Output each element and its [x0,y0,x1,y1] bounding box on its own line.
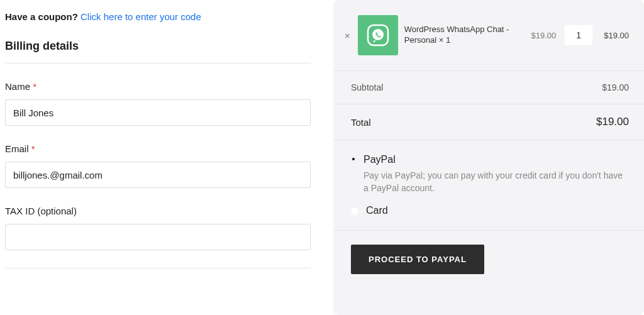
coupon-line: Have a coupon? Click here to enter your … [5,11,311,22]
subtotal-row: Subtotal $19.00 [333,70,644,104]
required-indicator: * [31,143,35,154]
payment-methods: PayPal Pay via PayPal; you can pay with … [333,140,644,220]
taxid-input[interactable] [5,224,311,250]
line-total: $19.00 [604,31,629,40]
coupon-prompt: Have a coupon? [5,11,78,22]
email-input[interactable] [5,162,311,188]
total-row: Total $19.00 [333,104,644,140]
proceed-to-paypal-button[interactable]: PROCEED TO PAYPAL [351,245,484,274]
quantity-input[interactable] [565,25,592,45]
name-field-group: Name * [5,81,311,126]
radio-unselected-icon [351,207,358,215]
billing-divider [5,268,311,268]
billing-column: Have a coupon? Click here to enter your … [0,0,321,315]
paypal-title: PayPal [364,154,629,165]
payment-option-paypal[interactable]: PayPal Pay via PayPal; you can pay with … [351,154,629,195]
email-label-text: Email [5,143,29,154]
email-label: Email * [5,143,311,154]
remove-item-button[interactable]: × [345,30,350,41]
payment-option-card[interactable]: Card [351,205,629,220]
product-thumbnail [358,15,398,55]
paypal-desc: Pay via PayPal; you can pay with your cr… [364,169,629,195]
total-label: Total [351,117,371,128]
order-summary-column: × WordPress WhatsApp Chat - Personal × 1… [333,0,644,315]
name-label-text: Name [5,81,30,92]
name-input[interactable] [5,99,311,126]
product-name: WordPress WhatsApp Chat - Personal × 1 [404,25,523,46]
card-title: Card [366,205,388,216]
name-label: Name * [5,81,311,92]
required-indicator: * [33,81,36,92]
email-field-group: Email * [5,143,311,188]
taxid-field-group: TAX ID (optional) [5,206,311,250]
cart-item-row: × WordPress WhatsApp Chat - Personal × 1… [333,0,644,70]
total-value: $19.00 [596,116,629,128]
unit-price: $19.00 [531,31,556,40]
subtotal-value: $19.00 [602,82,629,92]
taxid-label: TAX ID (optional) [5,206,311,216]
coupon-link[interactable]: Click here to enter your code [80,11,201,22]
proceed-section: PROCEED TO PAYPAL [333,230,644,274]
radio-selected-icon [351,157,356,162]
subtotal-label: Subtotal [351,82,383,92]
billing-heading: Billing details [5,40,311,64]
whatsapp-icon [364,21,392,49]
